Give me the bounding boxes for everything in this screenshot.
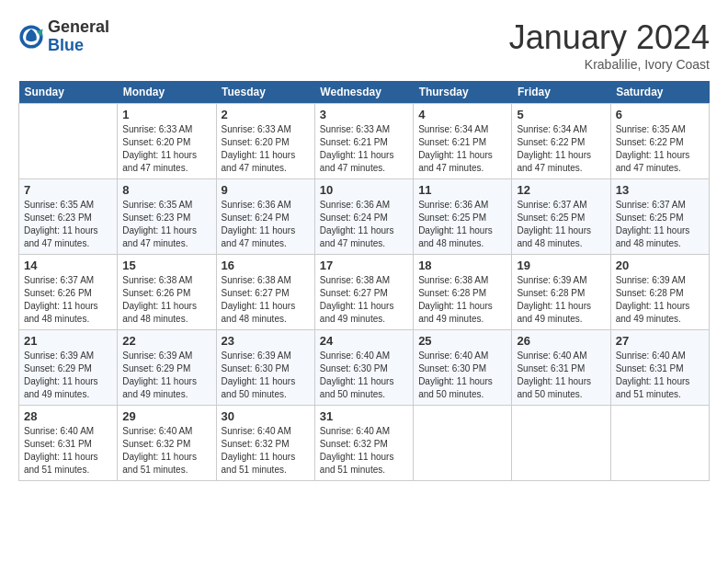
date-number: 3 [320, 108, 408, 121]
calendar-cell [610, 406, 709, 481]
cell-info: Sunrise: 6:36 AMSunset: 6:24 PMDaylight:… [222, 199, 310, 250]
calendar-cell: 18Sunrise: 6:38 AMSunset: 6:28 PMDayligh… [414, 255, 512, 330]
calendar-cell: 11Sunrise: 6:36 AMSunset: 6:25 PMDayligh… [414, 179, 512, 255]
week-row-2: 7Sunrise: 6:35 AMSunset: 6:23 PMDaylight… [19, 179, 710, 255]
date-number: 20 [616, 259, 704, 272]
date-number: 29 [122, 409, 210, 423]
cell-info: Sunrise: 6:33 AMSunset: 6:21 PMDaylight:… [320, 123, 408, 175]
calendar-cell: 6Sunrise: 6:35 AMSunset: 6:22 PMDaylight… [610, 104, 709, 179]
calendar-cell: 5Sunrise: 6:34 AMSunset: 6:22 PMDaylight… [512, 104, 610, 179]
calendar-cell: 13Sunrise: 6:37 AMSunset: 6:25 PMDayligh… [610, 179, 709, 255]
calendar-cell: 3Sunrise: 6:33 AMSunset: 6:21 PMDaylight… [314, 104, 413, 179]
date-number: 9 [222, 183, 310, 197]
cell-info: Sunrise: 6:35 AMSunset: 6:22 PMDaylight:… [616, 123, 704, 175]
cell-info: Sunrise: 6:39 AMSunset: 6:30 PMDaylight:… [222, 350, 310, 401]
date-number: 17 [320, 259, 408, 272]
date-number: 22 [122, 334, 210, 348]
calendar-cell: 23Sunrise: 6:39 AMSunset: 6:30 PMDayligh… [216, 330, 314, 406]
calendar-cell: 8Sunrise: 6:35 AMSunset: 6:23 PMDaylight… [118, 179, 216, 255]
calendar-cell: 17Sunrise: 6:38 AMSunset: 6:27 PMDayligh… [314, 255, 413, 330]
cell-info: Sunrise: 6:39 AMSunset: 6:28 PMDaylight:… [517, 274, 605, 326]
cell-info: Sunrise: 6:35 AMSunset: 6:23 PMDaylight:… [24, 199, 112, 250]
date-number: 25 [418, 334, 506, 348]
calendar-cell: 25Sunrise: 6:40 AMSunset: 6:30 PMDayligh… [414, 330, 512, 406]
logo-blue: Blue [48, 37, 109, 55]
calendar-cell: 2Sunrise: 6:33 AMSunset: 6:20 PMDaylight… [216, 104, 314, 179]
day-header-thursday: Thursday [414, 81, 512, 104]
cell-info: Sunrise: 6:40 AMSunset: 6:31 PMDaylight:… [616, 350, 704, 401]
date-number: 1 [122, 108, 210, 121]
date-number: 7 [24, 183, 112, 197]
calendar-cell: 16Sunrise: 6:38 AMSunset: 6:27 PMDayligh… [216, 255, 314, 330]
date-number: 28 [24, 409, 112, 423]
calendar-cell: 7Sunrise: 6:35 AMSunset: 6:23 PMDaylight… [19, 179, 118, 255]
date-number: 6 [616, 108, 704, 121]
calendar-cell: 26Sunrise: 6:40 AMSunset: 6:31 PMDayligh… [512, 330, 610, 406]
date-number: 23 [222, 334, 310, 348]
cell-info: Sunrise: 6:36 AMSunset: 6:25 PMDaylight:… [418, 199, 506, 250]
date-number: 31 [320, 409, 408, 423]
cell-info: Sunrise: 6:34 AMSunset: 6:22 PMDaylight:… [517, 123, 605, 175]
date-number: 21 [24, 334, 112, 348]
week-row-3: 14Sunrise: 6:37 AMSunset: 6:26 PMDayligh… [19, 255, 710, 330]
calendar-cell [512, 406, 610, 481]
date-number: 12 [517, 183, 605, 197]
cell-info: Sunrise: 6:33 AMSunset: 6:20 PMDaylight:… [122, 123, 210, 175]
cell-info: Sunrise: 6:38 AMSunset: 6:28 PMDaylight:… [418, 274, 506, 326]
logo-icon [18, 24, 44, 50]
cell-info: Sunrise: 6:40 AMSunset: 6:30 PMDaylight:… [418, 350, 506, 401]
date-number: 10 [320, 183, 408, 197]
cell-info: Sunrise: 6:37 AMSunset: 6:25 PMDaylight:… [616, 199, 704, 250]
cell-info: Sunrise: 6:38 AMSunset: 6:26 PMDaylight:… [122, 274, 210, 326]
cell-info: Sunrise: 6:35 AMSunset: 6:23 PMDaylight:… [122, 199, 210, 250]
cell-info: Sunrise: 6:40 AMSunset: 6:32 PMDaylight:… [222, 425, 310, 477]
day-header-tuesday: Tuesday [216, 81, 314, 104]
cell-info: Sunrise: 6:33 AMSunset: 6:20 PMDaylight:… [222, 123, 310, 175]
logo: General Blue [18, 18, 109, 55]
calendar-cell: 30Sunrise: 6:40 AMSunset: 6:32 PMDayligh… [216, 406, 314, 481]
date-number: 19 [517, 259, 605, 272]
day-header-wednesday: Wednesday [314, 81, 413, 104]
calendar-cell: 9Sunrise: 6:36 AMSunset: 6:24 PMDaylight… [216, 179, 314, 255]
month-title: January 2024 [509, 18, 710, 57]
cell-info: Sunrise: 6:39 AMSunset: 6:29 PMDaylight:… [122, 350, 210, 401]
date-number: 27 [616, 334, 704, 348]
cell-info: Sunrise: 6:39 AMSunset: 6:29 PMDaylight:… [24, 350, 112, 401]
calendar-cell: 14Sunrise: 6:37 AMSunset: 6:26 PMDayligh… [19, 255, 118, 330]
calendar-cell: 15Sunrise: 6:38 AMSunset: 6:26 PMDayligh… [118, 255, 216, 330]
date-number: 4 [418, 108, 506, 121]
cell-info: Sunrise: 6:37 AMSunset: 6:26 PMDaylight:… [24, 274, 112, 326]
date-number: 18 [418, 259, 506, 272]
day-header-friday: Friday [512, 81, 610, 104]
cell-info: Sunrise: 6:39 AMSunset: 6:28 PMDaylight:… [616, 274, 704, 326]
calendar-cell: 20Sunrise: 6:39 AMSunset: 6:28 PMDayligh… [610, 255, 709, 330]
cell-info: Sunrise: 6:40 AMSunset: 6:32 PMDaylight:… [122, 425, 210, 477]
cell-info: Sunrise: 6:40 AMSunset: 6:30 PMDaylight:… [320, 350, 408, 401]
week-row-4: 21Sunrise: 6:39 AMSunset: 6:29 PMDayligh… [19, 330, 710, 406]
calendar-cell: 12Sunrise: 6:37 AMSunset: 6:25 PMDayligh… [512, 179, 610, 255]
day-header-monday: Monday [118, 81, 216, 104]
date-number: 14 [24, 259, 112, 272]
cell-info: Sunrise: 6:36 AMSunset: 6:24 PMDaylight:… [320, 199, 408, 250]
calendar-cell: 22Sunrise: 6:39 AMSunset: 6:29 PMDayligh… [118, 330, 216, 406]
header-row: SundayMondayTuesdayWednesdayThursdayFrid… [19, 81, 710, 104]
week-row-5: 28Sunrise: 6:40 AMSunset: 6:31 PMDayligh… [19, 406, 710, 481]
calendar-cell [414, 406, 512, 481]
date-number: 30 [222, 409, 310, 423]
date-number: 24 [320, 334, 408, 348]
date-number: 26 [517, 334, 605, 348]
calendar-cell: 28Sunrise: 6:40 AMSunset: 6:31 PMDayligh… [19, 406, 118, 481]
calendar-cell: 31Sunrise: 6:40 AMSunset: 6:32 PMDayligh… [314, 406, 413, 481]
calendar-cell: 24Sunrise: 6:40 AMSunset: 6:30 PMDayligh… [314, 330, 413, 406]
calendar-cell: 10Sunrise: 6:36 AMSunset: 6:24 PMDayligh… [314, 179, 413, 255]
logo-text: General Blue [48, 18, 109, 55]
cell-info: Sunrise: 6:40 AMSunset: 6:31 PMDaylight:… [517, 350, 605, 401]
date-number: 2 [222, 108, 310, 121]
day-header-sunday: Sunday [19, 81, 118, 104]
location-subtitle: Krabalilie, Ivory Coast [509, 57, 710, 72]
cell-info: Sunrise: 6:38 AMSunset: 6:27 PMDaylight:… [320, 274, 408, 326]
day-header-saturday: Saturday [610, 81, 709, 104]
title-block: January 2024 Krabalilie, Ivory Coast [509, 18, 710, 72]
cell-info: Sunrise: 6:40 AMSunset: 6:32 PMDaylight:… [320, 425, 408, 477]
week-row-1: 1Sunrise: 6:33 AMSunset: 6:20 PMDaylight… [19, 104, 710, 179]
